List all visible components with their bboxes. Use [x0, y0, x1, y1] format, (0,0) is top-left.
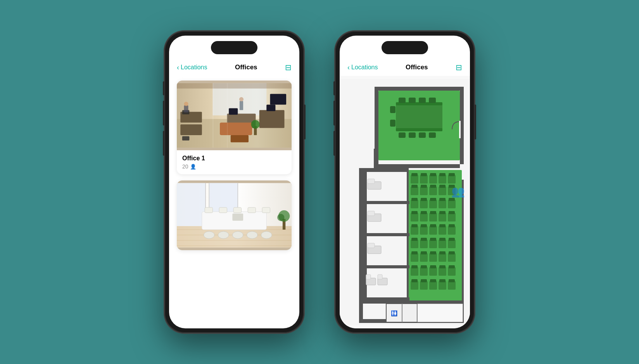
- layout-icon-2[interactable]: ⊟: [456, 63, 462, 72]
- svg-rect-87: [429, 187, 437, 195]
- svg-rect-50: [375, 87, 464, 91]
- svg-rect-61: [409, 98, 416, 103]
- phone-screen-2: ‹ Locations Offices ⊟: [340, 36, 470, 328]
- svg-rect-129: [448, 240, 456, 248]
- svg-rect-67: [429, 132, 436, 138]
- svg-rect-79: [448, 175, 456, 184]
- svg-text:👥: 👥: [451, 185, 465, 198]
- back-label-1: Locations: [181, 64, 207, 71]
- back-button-1[interactable]: ‹ Locations: [177, 64, 207, 72]
- page-title-2: Offices: [406, 64, 428, 71]
- svg-rect-84: [449, 173, 455, 176]
- svg-rect-152: [430, 265, 436, 268]
- svg-point-38: [247, 232, 257, 239]
- back-button-2[interactable]: ‹ Locations: [347, 64, 378, 72]
- svg-rect-132: [430, 238, 436, 241]
- svg-rect-182: [366, 275, 371, 279]
- svg-rect-186: [359, 300, 463, 304]
- svg-rect-184: [378, 275, 382, 279]
- svg-rect-82: [430, 173, 436, 176]
- svg-rect-64: [399, 132, 406, 138]
- svg-rect-154: [449, 265, 455, 268]
- page-title-1: Offices: [235, 64, 257, 71]
- svg-rect-147: [429, 267, 437, 276]
- svg-rect-118: [439, 226, 446, 235]
- svg-rect-122: [430, 224, 436, 227]
- svg-rect-85: [411, 187, 418, 195]
- svg-rect-83: [439, 173, 446, 176]
- svg-rect-145: [411, 267, 418, 276]
- svg-rect-123: [439, 224, 446, 227]
- svg-rect-106: [420, 213, 428, 221]
- svg-rect-68: [390, 106, 395, 113]
- svg-rect-18: [270, 94, 287, 105]
- dynamic-island-1: [211, 41, 257, 54]
- office-image-1: [177, 81, 292, 150]
- office-image-2: [177, 180, 292, 250]
- svg-rect-167: [363, 172, 367, 203]
- svg-rect-137: [429, 253, 437, 262]
- svg-rect-144: [449, 251, 455, 254]
- svg-rect-136: [420, 253, 428, 262]
- svg-rect-150: [411, 265, 418, 268]
- svg-rect-146: [420, 267, 428, 276]
- layout-icon-1[interactable]: ⊟: [285, 63, 292, 72]
- svg-rect-43: [248, 208, 256, 213]
- svg-point-48: [277, 214, 285, 221]
- svg-rect-60: [399, 98, 406, 103]
- svg-rect-171: [363, 204, 367, 235]
- svg-rect-14: [220, 123, 252, 135]
- svg-rect-160: [411, 279, 418, 282]
- svg-rect-57: [396, 104, 442, 131]
- volume-up-button-2: [333, 101, 335, 125]
- office-1-capacity-count: 20: [182, 163, 188, 170]
- svg-rect-21: [213, 83, 214, 148]
- svg-rect-100: [411, 198, 418, 201]
- svg-rect-108: [439, 213, 446, 221]
- svg-rect-130: [411, 238, 418, 241]
- svg-rect-110: [411, 211, 418, 214]
- mute-button-2: [333, 81, 335, 95]
- svg-rect-174: [368, 211, 375, 216]
- svg-rect-80: [411, 173, 418, 176]
- power-button: [304, 105, 306, 139]
- svg-rect-151: [421, 265, 427, 268]
- office-1-name: Office 1: [182, 155, 286, 162]
- svg-rect-131: [421, 238, 427, 241]
- svg-rect-66: [419, 132, 426, 138]
- svg-rect-158: [439, 281, 446, 290]
- svg-rect-59: [396, 128, 442, 131]
- svg-rect-78: [439, 175, 446, 184]
- office-card-1[interactable]: Office 1 20 👤: [177, 81, 292, 174]
- svg-rect-156: [420, 281, 428, 290]
- svg-rect-99: [448, 200, 456, 208]
- svg-rect-126: [420, 240, 428, 248]
- svg-point-35: [204, 232, 214, 239]
- svg-rect-65: [409, 132, 416, 138]
- mute-button: [163, 81, 164, 95]
- svg-rect-117: [429, 226, 437, 235]
- svg-rect-22: [227, 83, 228, 148]
- svg-rect-70: [459, 121, 461, 138]
- svg-rect-188: [402, 304, 402, 322]
- office-1-capacity: 20 👤: [182, 163, 286, 170]
- svg-rect-168: [363, 201, 409, 204]
- nav-bar-1: ‹ Locations Offices ⊟: [169, 59, 299, 76]
- svg-point-17: [251, 120, 259, 129]
- svg-point-37: [232, 232, 243, 239]
- power-button-2: [475, 105, 476, 139]
- svg-rect-124: [449, 224, 455, 227]
- svg-rect-138: [439, 253, 446, 262]
- svg-rect-166: [363, 168, 408, 172]
- svg-rect-115: [411, 226, 418, 235]
- person-icon-1: 👤: [190, 164, 196, 170]
- office-card-2[interactable]: [177, 180, 292, 250]
- svg-rect-29: [177, 183, 206, 226]
- svg-rect-104: [449, 198, 455, 201]
- svg-point-39: [261, 232, 272, 239]
- svg-rect-142: [430, 251, 436, 254]
- svg-rect-135: [411, 253, 418, 262]
- svg-rect-134: [449, 238, 455, 241]
- svg-rect-112: [430, 211, 436, 214]
- svg-rect-44: [262, 208, 270, 213]
